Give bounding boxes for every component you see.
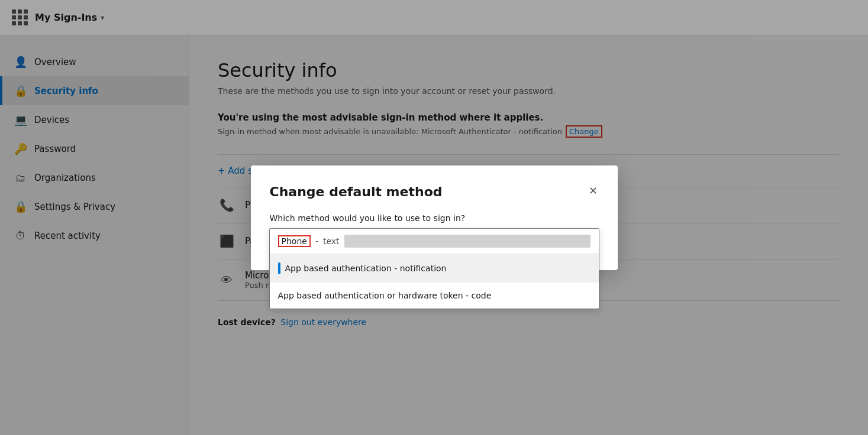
change-default-method-modal: Change default method ✕ Which method wou… [251, 165, 618, 270]
dropdown-panel: Phone - text App based authentication - … [269, 228, 599, 309]
phone-text-label: text [323, 236, 340, 246]
modal-close-button[interactable]: ✕ [588, 184, 599, 197]
selected-option-bar [278, 262, 280, 274]
modal-header: Change default method ✕ [270, 184, 599, 199]
option-app-hardware-label: App based authentication or hardware tok… [278, 291, 492, 300]
phone-text-option-row[interactable]: Phone - text [270, 229, 599, 254]
phone-dash: - [315, 236, 318, 246]
modal-title: Change default method [270, 184, 443, 199]
modal-question: Which method would you like to use to si… [270, 213, 599, 223]
option-app-hardware-token[interactable]: App based authentication or hardware tok… [270, 283, 599, 309]
phone-number-redacted [344, 235, 591, 248]
option-app-notification-label: App based authentication - notification [285, 264, 447, 273]
method-dropdown-container: App based authentication - notification … [270, 229, 599, 251]
option-app-notification[interactable]: App based authentication - notification [270, 254, 599, 283]
modal-overlay: Change default method ✕ Which method wou… [0, 0, 868, 435]
phone-label: Phone [278, 235, 311, 247]
